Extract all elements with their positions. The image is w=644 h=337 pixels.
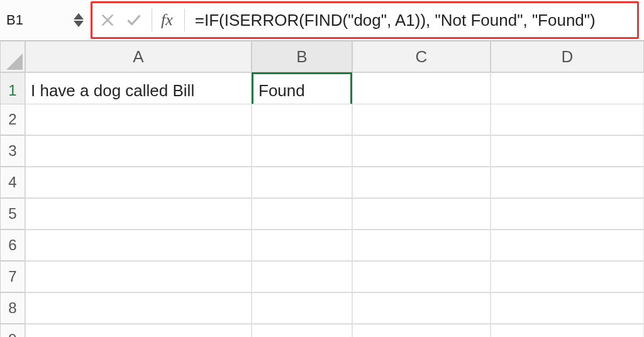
cell-B7[interactable] xyxy=(252,261,352,292)
cell-C9[interactable] xyxy=(352,324,491,337)
cell-A7[interactable] xyxy=(25,261,252,292)
formula-input[interactable] xyxy=(194,10,631,31)
cell-B3[interactable] xyxy=(252,135,352,167)
name-box-value: B1 xyxy=(6,12,23,28)
row-header-4[interactable]: 4 xyxy=(0,167,25,198)
select-all-corner[interactable] xyxy=(0,41,25,72)
col-header-B[interactable]: B xyxy=(252,41,352,72)
stepper-down-icon[interactable] xyxy=(74,21,84,27)
cell-D8[interactable] xyxy=(491,292,644,324)
cell-C2[interactable] xyxy=(352,104,491,135)
col-header-D[interactable]: D xyxy=(491,41,644,72)
divider xyxy=(184,9,185,31)
row-header-9[interactable]: 9 xyxy=(0,324,25,337)
cell-B5[interactable] xyxy=(252,198,352,229)
cell-A8[interactable] xyxy=(25,292,252,324)
row-header-8[interactable]: 8 xyxy=(0,292,25,324)
formula-bar: B1 fx xyxy=(0,0,644,41)
name-box-stepper[interactable] xyxy=(69,0,88,40)
cell-B4[interactable] xyxy=(252,167,352,198)
spreadsheet-grid: A B C D 1 I have a dog called Bill Found… xyxy=(0,41,644,337)
row-header-2[interactable]: 2 xyxy=(0,104,25,135)
row-header-7[interactable]: 7 xyxy=(0,261,25,292)
name-box[interactable]: B1 xyxy=(0,0,69,40)
cell-A2[interactable] xyxy=(25,104,252,135)
formula-tools-highlighted: fx xyxy=(91,1,639,39)
row-header-5[interactable]: 5 xyxy=(0,198,25,229)
cell-A5[interactable] xyxy=(25,198,252,229)
col-header-A[interactable]: A xyxy=(25,41,252,72)
cancel-icon[interactable] xyxy=(99,11,116,29)
cell-D6[interactable] xyxy=(491,229,644,261)
cell-B8[interactable] xyxy=(252,292,352,324)
cell-B9[interactable] xyxy=(252,324,352,337)
cell-A3[interactable] xyxy=(25,135,252,167)
col-header-C[interactable]: C xyxy=(352,41,491,72)
divider xyxy=(152,9,152,31)
cell-value: I have a dog called Bill xyxy=(31,81,194,101)
cell-C3[interactable] xyxy=(352,135,491,167)
cell-A9[interactable] xyxy=(25,324,252,337)
confirm-check-icon[interactable] xyxy=(125,11,143,29)
cell-C8[interactable] xyxy=(352,292,491,324)
cell-D9[interactable] xyxy=(491,324,644,337)
cell-D4[interactable] xyxy=(491,167,644,198)
row-header-6[interactable]: 6 xyxy=(0,229,25,261)
cell-C6[interactable] xyxy=(352,229,491,261)
cell-A4[interactable] xyxy=(25,167,252,198)
cell-C4[interactable] xyxy=(352,167,491,198)
stepper-up-icon[interactable] xyxy=(74,13,84,19)
cell-B2[interactable] xyxy=(252,104,352,135)
row-header-3[interactable]: 3 xyxy=(0,135,25,167)
cell-D2[interactable] xyxy=(491,104,644,135)
cell-D5[interactable] xyxy=(491,198,644,229)
cell-D7[interactable] xyxy=(491,261,644,292)
cell-value: Found xyxy=(258,81,305,101)
cell-C7[interactable] xyxy=(352,261,491,292)
cell-C5[interactable] xyxy=(352,198,491,229)
cell-A6[interactable] xyxy=(25,229,252,261)
fx-label[interactable]: fx xyxy=(161,11,175,30)
cell-B6[interactable] xyxy=(252,229,352,261)
cell-D3[interactable] xyxy=(491,135,644,167)
